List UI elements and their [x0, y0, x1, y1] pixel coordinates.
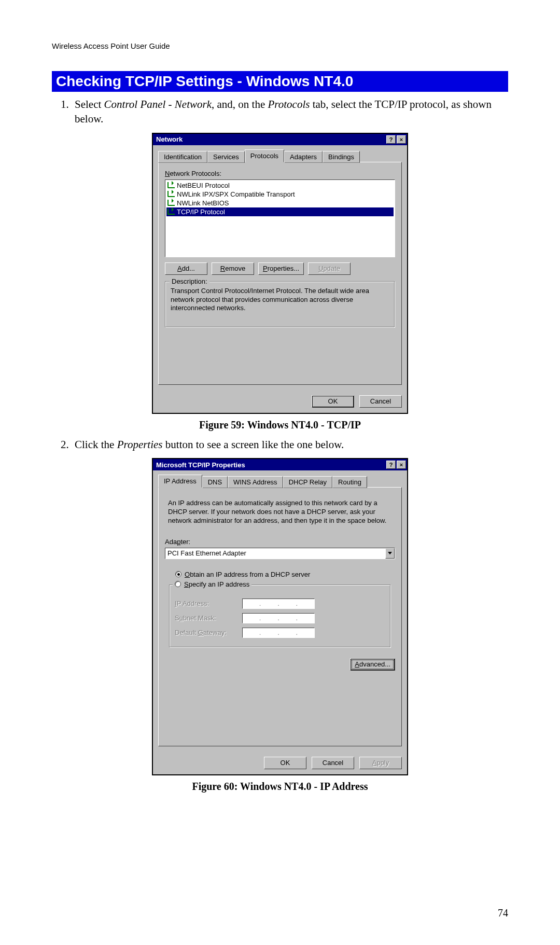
network-tab-panel: Network Protocols: NetBEUI Protocol NWLi… [158, 162, 402, 385]
advanced-button[interactable]: Advanced... [350, 658, 395, 671]
network-protocols-list[interactable]: NetBEUI Protocol NWLink IPX/SPX Compatib… [165, 179, 395, 257]
help-icon[interactable]: ? [386, 135, 396, 144]
description-legend: Description: [170, 277, 209, 285]
adapter-value: PCI Fast Ethernet Adapter [165, 548, 385, 559]
section-heading: Checking TCP/IP Settings - Windows NT4.0 [52, 71, 508, 92]
network-dialog: Network ? × Identification Services Prot… [152, 133, 408, 414]
chevron-down-icon[interactable] [385, 548, 395, 559]
remove-button[interactable]: Remove [212, 262, 254, 275]
subnet-mask-row: Subnet Mask: ... [175, 613, 385, 623]
tab-ip-address[interactable]: IP Address [158, 475, 202, 488]
list-item[interactable]: NWLink NetBIOS [166, 199, 394, 207]
ok-button[interactable]: OK [264, 757, 306, 769]
ip-address-input: ... [242, 599, 315, 609]
figure-59-caption: Figure 59: Windows NT4.0 - TCP/IP [52, 419, 508, 431]
list-item[interactable]: NWLink IPX/SPX Compatible Transport [166, 190, 394, 199]
apply-button: Apply [359, 757, 402, 769]
subnet-mask-input: ... [242, 613, 315, 623]
tcpip-intro: An IP address can be automatically assig… [168, 499, 392, 525]
cancel-button[interactable]: Cancel [359, 395, 402, 408]
tcpip-dialog: Microsoft TCP/IP Properties ? × IP Addre… [152, 458, 408, 775]
radio-icon [175, 581, 181, 587]
default-gateway-input: ... [242, 628, 315, 638]
tab-adapters[interactable]: Adapters [284, 151, 323, 163]
radio-specify-ip[interactable]: Specify an IP address [173, 580, 251, 588]
protocol-icon [167, 182, 175, 188]
doc-header: Wireless Access Point User Guide [52, 41, 508, 50]
specify-ip-group: Specify an IP address IP Address: ... Su… [169, 585, 391, 648]
close-icon[interactable]: × [397, 461, 406, 469]
radio-icon [175, 571, 181, 577]
description-group: Description: Transport Control Protocol/… [165, 281, 395, 328]
tab-services[interactable]: Services [207, 151, 245, 163]
description-text: Transport Control Protocol/Internet Prot… [171, 287, 389, 313]
tcpip-title: Microsoft TCP/IP Properties [156, 461, 245, 469]
subnet-mask-label: Subnet Mask: [175, 614, 237, 622]
step2-em: Properties [117, 438, 163, 451]
close-icon[interactable]: × [397, 135, 406, 144]
network-title: Network [156, 135, 183, 143]
network-protocols-label: Network Protocols: [165, 170, 395, 177]
network-tabstrip: Identification Services Protocols Adapte… [158, 149, 402, 162]
step1-text-b: , and, on the [212, 98, 268, 110]
protocol-icon [167, 209, 175, 215]
adapter-combo[interactable]: PCI Fast Ethernet Adapter [165, 548, 395, 559]
update-button: Update [308, 262, 351, 275]
tcpip-tab-panel: An IP address can be automatically assig… [158, 487, 402, 746]
tab-bindings[interactable]: Bindings [323, 151, 360, 163]
adapter-label: Adapter: [165, 538, 395, 546]
step-2: Click the Properties button to see a scr… [72, 437, 508, 452]
ok-button[interactable]: OK [312, 395, 354, 408]
page-number: 74 [498, 907, 508, 919]
tab-dns[interactable]: DNS [202, 476, 228, 488]
tab-protocols[interactable]: Protocols [245, 149, 284, 162]
step1-em1: Control Panel - Network [104, 98, 212, 110]
protocol-icon [167, 191, 175, 197]
figure-60-caption: Figure 60: Windows NT4.0 - IP Address [52, 781, 508, 793]
default-gateway-row: Default Gateway: ... [175, 628, 385, 638]
list-item-selected[interactable]: TCP/IP Protocol [166, 207, 394, 216]
properties-button[interactable]: Properties... [258, 262, 304, 275]
cancel-button[interactable]: Cancel [312, 757, 354, 769]
ip-address-row: IP Address: ... [175, 599, 385, 609]
help-icon[interactable]: ? [386, 461, 396, 469]
add-button[interactable]: Add... [165, 262, 207, 275]
network-titlebar: Network ? × [153, 134, 407, 145]
tab-routing[interactable]: Routing [332, 476, 367, 488]
tab-identification[interactable]: Identification [158, 151, 207, 163]
default-gateway-label: Default Gateway: [175, 629, 237, 636]
tab-wins[interactable]: WINS Address [228, 476, 283, 488]
radio-obtain-dhcp[interactable]: Obtain an IP address from a DHCP server [175, 571, 395, 578]
protocol-icon [167, 200, 175, 206]
step-1: Select Control Panel - Network, and, on … [72, 97, 508, 127]
step1-em2: Protocols [268, 98, 310, 110]
step1-text-a: Select [75, 98, 104, 110]
tcpip-titlebar: Microsoft TCP/IP Properties ? × [153, 459, 407, 470]
list-item[interactable]: NetBEUI Protocol [166, 181, 394, 190]
ip-address-label: IP Address: [175, 600, 237, 607]
tab-dhcp-relay[interactable]: DHCP Relay [283, 476, 332, 488]
tcpip-tabstrip: IP Address DNS WINS Address DHCP Relay R… [158, 475, 402, 488]
